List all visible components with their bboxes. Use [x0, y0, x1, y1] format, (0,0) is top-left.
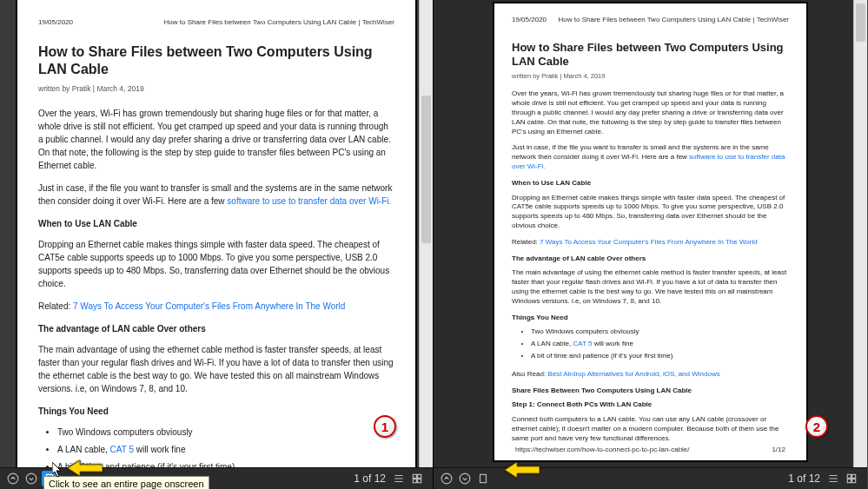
- section-heading: When to Use LAN Cable: [512, 179, 789, 188]
- list-item: A LAN cable, CAT 5 will work fine: [57, 443, 394, 456]
- arrow-down-circle-icon: [25, 472, 37, 485]
- svg-rect-11: [852, 474, 856, 478]
- page-header-title: How to Share Files between Two Computers…: [559, 16, 789, 25]
- page-footer-pagenum: 1/12: [772, 446, 785, 453]
- svg-rect-6: [418, 479, 421, 483]
- section-subheading: Step 1: Connect Both PCs With LAN Cable: [512, 400, 789, 410]
- svg-point-7: [441, 473, 452, 484]
- grid-view-icon: [411, 472, 423, 485]
- vertical-scrollbar[interactable]: [853, 0, 867, 467]
- inline-link[interactable]: software to use to transfer data over Wi…: [227, 196, 391, 206]
- view-mode-list-button[interactable]: [391, 471, 407, 486]
- body-paragraph: Dropping an Ethernet cable makes things …: [38, 238, 394, 290]
- page-indicator: 1 of 12: [354, 472, 386, 485]
- bullet-list: Two Windows computers obviously A LAN ca…: [531, 327, 789, 360]
- tooltip: Click to see an entire page onscreen: [43, 476, 209, 489]
- article-byline: written by Pratik | March 4, 2019: [512, 72, 789, 81]
- body-paragraph: Just in case, if the file you want to tr…: [38, 182, 394, 208]
- annotation-arrow: [505, 462, 540, 481]
- section-heading: Things You Need: [38, 405, 394, 418]
- article-byline: written by Pratik | March 4, 2019: [38, 83, 394, 95]
- vertical-scrollbar[interactable]: [419, 0, 433, 467]
- annotation-badge-1: 1: [374, 415, 396, 438]
- annotation-badge-2: 2: [805, 415, 828, 438]
- body-paragraph: Connect both computers to a LAN cable. Y…: [512, 415, 789, 443]
- body-paragraph: Also Read: Best Airdrop Alternatives for…: [512, 370, 789, 380]
- document-viewport[interactable]: 19/05/2020 How to Share Files between Tw…: [0, 0, 433, 467]
- page-header-date: 19/05/2020: [512, 16, 547, 25]
- view-mode-thumbnail-button[interactable]: [844, 471, 859, 486]
- inline-link[interactable]: 7 Ways To Access Your Computer's Files F…: [73, 301, 345, 311]
- inline-link[interactable]: CAT 5: [110, 445, 134, 454]
- view-mode-list-button[interactable]: [825, 471, 841, 486]
- body-paragraph: Over the years, Wi-Fi has grown tremendo…: [512, 89, 789, 136]
- body-paragraph: Over the years, Wi-Fi has grown tremendo…: [38, 107, 394, 172]
- document-page: 19/05/2020 How to Share Files between Tw…: [17, 0, 415, 467]
- list-view-icon: [393, 472, 405, 485]
- svg-point-1: [26, 473, 36, 484]
- pdf-viewer-pane-left: 19/05/2020 How to Share Files between Tw…: [0, 0, 434, 489]
- inline-link[interactable]: 7 Ways To Access Your Computer's Files F…: [540, 238, 758, 246]
- scrollbar-thumb[interactable]: [856, 3, 865, 42]
- page-down-button[interactable]: [457, 471, 473, 486]
- document-page: 19/05/2020 How to Share Files between Tw…: [494, 3, 806, 460]
- fit-page-button[interactable]: [475, 471, 491, 486]
- page-down-button[interactable]: [23, 471, 39, 486]
- svg-point-0: [8, 473, 18, 484]
- page-header-title: How to Share Files between Two Computers…: [164, 17, 394, 28]
- section-heading: The advantage of LAN cable Over others: [38, 322, 394, 335]
- page-up-button[interactable]: [439, 471, 454, 486]
- body-paragraph: Related: 7 Ways To Access Your Computer'…: [38, 300, 394, 313]
- arrow-down-circle-icon: [459, 472, 471, 485]
- list-item: A LAN cable, CAT 5 will work fine: [531, 340, 789, 349]
- list-item: Two Windows computers obviously: [57, 426, 394, 439]
- view-mode-thumbnail-button[interactable]: [409, 471, 425, 486]
- page-indicator: 1 of 12: [788, 472, 820, 485]
- body-paragraph: Dropping an Ethernet cable makes things …: [512, 194, 789, 231]
- svg-rect-3: [413, 474, 416, 478]
- mouse-cursor: [52, 462, 63, 478]
- page-footer-url: https://techwiser.com/how-to-connect-pc-…: [515, 446, 690, 453]
- section-heading: The advantage of LAN cable Over others: [512, 254, 789, 264]
- body-paragraph: Just in case, if the file you want to tr…: [512, 143, 789, 171]
- section-heading: Things You Need: [512, 314, 789, 323]
- fit-page-icon: [477, 472, 489, 485]
- list-view-icon: [827, 472, 839, 485]
- page-up-button[interactable]: [5, 471, 21, 486]
- svg-rect-12: [847, 479, 851, 483]
- bullet-list: Two Windows computers obviously A LAN ca…: [57, 426, 394, 467]
- list-item: A bit of time and patience (if it's your…: [531, 352, 789, 361]
- grid-view-icon: [845, 472, 858, 485]
- page-header-date: 19/05/2020: [38, 17, 73, 28]
- svg-point-8: [460, 473, 470, 484]
- svg-rect-4: [418, 474, 421, 478]
- article-title: How to Share Files between Two Computers…: [512, 41, 789, 69]
- body-paragraph: The main advantage of using the ethernet…: [38, 343, 394, 395]
- inline-link[interactable]: CAT 5: [573, 340, 592, 347]
- pdf-viewer-pane-right: 19/05/2020 How to Share Files between Tw…: [434, 0, 867, 489]
- body-paragraph: The main advantage of using the ethernet…: [512, 268, 789, 306]
- svg-rect-9: [480, 474, 487, 482]
- section-heading: Share Files Between Two Computers Using …: [512, 387, 789, 396]
- pdf-toolbar: 1 of 12: [434, 467, 867, 489]
- svg-rect-13: [852, 479, 856, 483]
- document-viewport[interactable]: 19/05/2020 How to Share Files between Tw…: [434, 0, 867, 467]
- list-item: Two Windows computers obviously: [531, 327, 789, 337]
- arrow-up-circle-icon: [7, 472, 19, 485]
- list-item: A bit of time and patience (if it's your…: [57, 460, 394, 467]
- svg-rect-10: [847, 474, 851, 478]
- section-heading: When to Use LAN Cable: [38, 217, 394, 230]
- svg-rect-5: [413, 479, 416, 483]
- inline-link[interactable]: Best Airdrop Alternatives for Android, i…: [547, 370, 719, 378]
- scrollbar-thumb[interactable]: [421, 96, 431, 243]
- article-title: How to Share Files between Two Computers…: [38, 43, 394, 78]
- arrow-up-circle-icon: [441, 472, 453, 485]
- body-paragraph: Related: 7 Ways To Access Your Computer'…: [512, 238, 789, 248]
